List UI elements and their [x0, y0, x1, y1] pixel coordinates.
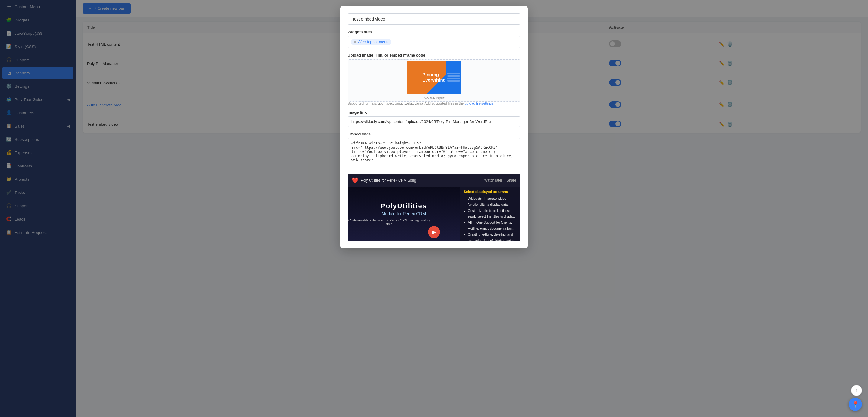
no-file-label: No file input	[424, 96, 444, 100]
feature-item: Customizable table list titles: easily s…	[468, 208, 517, 220]
modal: Widgets area ✕ After topbar menu Upload …	[340, 6, 528, 248]
embed-code-textarea[interactable]	[347, 138, 521, 168]
embed-code-section: Embed code	[347, 132, 521, 169]
video-center-content: PolyUtilities Module for Perfex CRM Cust…	[347, 202, 460, 226]
video-features-panel: Select displayed columns Widegets: Integ…	[460, 187, 521, 241]
channel-icon: ❤️	[352, 177, 359, 184]
upload-info: Supported formats: .jpg, .jpeg, .png, .w…	[347, 102, 521, 105]
video-subtitle: Customizable extension for Perfex CRM, s…	[347, 218, 432, 226]
fab-location-badge[interactable]: 📍	[849, 398, 862, 411]
widgets-area-label: Widgets area	[347, 30, 521, 34]
video-main-title: PolyUtilities	[347, 202, 460, 210]
image-link-section: Image link	[347, 110, 521, 127]
tag-close-icon[interactable]: ✕	[354, 40, 356, 44]
share-btn[interactable]: Share	[506, 178, 516, 182]
panel-title: Select displayed columns	[464, 190, 517, 194]
banner-title-input[interactable]	[347, 13, 521, 25]
feature-item: Widegets: Integrate widget functionality…	[468, 196, 517, 208]
upload-settings-link[interactable]: upload file settings	[465, 102, 493, 105]
video-sub-title: Module for Perfex CRM	[347, 211, 460, 216]
image-link-input[interactable]	[347, 116, 521, 127]
upload-dropzone[interactable]: Pinning Everything 📌 No file input	[347, 59, 521, 102]
image-link-label: Image link	[347, 110, 521, 114]
modal-overlay[interactable]: Widgets area ✕ After topbar menu Upload …	[0, 0, 868, 417]
upload-section: Upload image, link, or embed iframe code…	[347, 53, 521, 105]
video-body: PolyUtilities Module for Perfex CRM Cust…	[347, 187, 521, 241]
widgets-area-input[interactable]: ✕ After topbar menu	[347, 36, 521, 48]
video-features-list: Widegets: Integrate widget functionality…	[464, 196, 517, 241]
video-header-icons: Watch later Share	[484, 178, 516, 182]
widgets-area-section: Widgets area ✕ After topbar menu	[347, 30, 521, 48]
play-button[interactable]: ▶	[428, 226, 440, 238]
feature-item: Creating, editing, deleting, and managin…	[468, 232, 517, 241]
fab-scroll-up[interactable]: ↑	[851, 385, 862, 396]
tag-after-topbar: ✕ After topbar menu	[351, 39, 391, 45]
watch-later-btn[interactable]: Watch later	[484, 178, 502, 182]
feature-item: All-in-One Support for Clients: Hotline,…	[468, 220, 517, 232]
video-preview: ❤️ Poly Utilities for Perfex CRM Song Wa…	[347, 174, 521, 241]
embed-code-label: Embed code	[347, 132, 521, 136]
upload-label: Upload image, link, or embed iframe code	[347, 53, 521, 58]
video-header: ❤️ Poly Utilities for Perfex CRM Song Wa…	[347, 174, 521, 187]
